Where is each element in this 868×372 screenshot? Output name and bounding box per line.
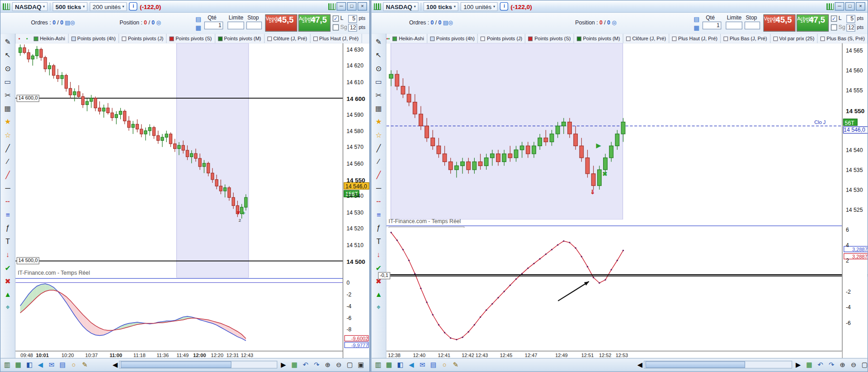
symbol-selector[interactable]: NASDAQ▾ bbox=[12, 2, 48, 11]
position-detail-icon[interactable]: ◎ bbox=[612, 19, 617, 25]
maximize-button[interactable]: □ bbox=[845, 2, 855, 10]
qty-input[interactable]: 1 bbox=[204, 22, 223, 29]
heikin-ashi-icon[interactable]: ▦ bbox=[384, 360, 394, 370]
detach-chart-icon[interactable] bbox=[328, 3, 335, 10]
red-trendline-icon[interactable]: ╱ bbox=[1, 168, 14, 181]
function-icon[interactable]: ƒ bbox=[1, 221, 14, 234]
indicator-tab-7[interactable]: Plus Haut (J, Pré) bbox=[669, 34, 721, 43]
limit-distance-checkbox[interactable]: ✓ bbox=[333, 15, 339, 21]
red-trendline-icon[interactable]: ╱ bbox=[372, 168, 385, 181]
macd-threshold-line[interactable] bbox=[387, 274, 868, 277]
table-icon[interactable]: ▦ bbox=[804, 360, 814, 370]
message-icon[interactable]: ✉ bbox=[417, 360, 427, 370]
calendar-icon[interactable]: ▦ bbox=[195, 24, 201, 32]
maximize-chart-icon[interactable]: ▣ bbox=[356, 360, 366, 370]
limit-distance-input[interactable]: 5 bbox=[348, 15, 357, 23]
units-selector[interactable]: 200 unités▾ bbox=[90, 2, 127, 11]
period-selector[interactable]: 500 ticks▾ bbox=[53, 2, 88, 11]
hline-price-label[interactable]: 14 600,0 bbox=[17, 95, 39, 102]
trendline-icon[interactable]: ╱ bbox=[1, 141, 14, 154]
text-tool-icon[interactable]: T bbox=[372, 234, 385, 248]
star-outline-icon[interactable]: ☆ bbox=[1, 128, 14, 141]
window-titlebar[interactable]: NASDAQ▾ 100 ticks▾ 100 unités▾ i (-122,0… bbox=[372, 0, 868, 13]
maximize-button[interactable]: □ bbox=[347, 2, 357, 10]
detach-chart-icon[interactable] bbox=[826, 3, 834, 10]
stop-distance-input[interactable]: 12 bbox=[846, 24, 855, 32]
clock-icon[interactable]: ○ bbox=[69, 360, 79, 370]
chart-scrollbar[interactable] bbox=[644, 361, 792, 368]
indicator-marker-icon[interactable]: ▪ bbox=[23, 36, 31, 41]
symbol-selector[interactable]: NASDAQ▾ bbox=[383, 2, 419, 11]
indicator-tab-9[interactable]: Vol par prix (25) bbox=[770, 34, 818, 43]
price-chart[interactable]: ⇓✖▶ bbox=[387, 43, 842, 219]
indicator-tab-2[interactable]: Points pivots (4h) bbox=[427, 34, 478, 43]
trash-icon[interactable]: ▦ bbox=[1, 101, 14, 114]
printer-icon[interactable]: ▤ bbox=[693, 15, 699, 23]
stop-input[interactable] bbox=[246, 22, 262, 29]
share-icon[interactable]: ◀ bbox=[35, 360, 45, 370]
window-titlebar[interactable]: NASDAQ▾ 500 ticks▾ 200 unités▾ i (-122,0… bbox=[0, 0, 369, 13]
qty-input[interactable]: 1 bbox=[703, 22, 722, 29]
redo-icon[interactable]: ↷ bbox=[311, 360, 321, 370]
minimize-button[interactable]: ─ bbox=[336, 2, 346, 10]
draw-mode-icon[interactable]: ✎ bbox=[80, 360, 90, 370]
price-axis[interactable]: 56T 14 546,0 3,2887 3,2887 14 56514 5601… bbox=[842, 43, 868, 359]
chart-style-icon[interactable]: ▥ bbox=[373, 360, 383, 370]
copy-icon[interactable]: ▭ bbox=[372, 75, 385, 88]
zoom-in-icon[interactable]: ⊕ bbox=[838, 360, 848, 370]
news-icon[interactable]: ▤ bbox=[57, 360, 67, 370]
price-marker-icon[interactable]: ▪ bbox=[15, 36, 23, 41]
zoom-out-icon[interactable]: ⊖ bbox=[334, 360, 344, 370]
close-button[interactable]: × bbox=[856, 2, 865, 10]
clock-icon[interactable]: ○ bbox=[439, 360, 449, 370]
indicator-tab-6[interactable]: Clôture (J, Pré) bbox=[623, 34, 670, 43]
indicator-tab-8[interactable]: Plus Bas (J, Pré) bbox=[721, 34, 770, 43]
cursor-icon[interactable]: ↖ bbox=[1, 48, 14, 62]
calendar-icon[interactable]: ▦ bbox=[693, 24, 699, 32]
sell-button[interactable]: Vendre 14 545,5 bbox=[265, 14, 297, 32]
macd-chart[interactable] bbox=[15, 279, 343, 351]
scroll-right-button[interactable]: ▶ bbox=[278, 360, 288, 370]
target-icon[interactable]: ⌖ bbox=[372, 301, 385, 314]
info-icon[interactable]: i bbox=[500, 2, 508, 10]
pencil-icon[interactable]: ✎ bbox=[372, 35, 385, 48]
zoom-out-icon[interactable]: ⊖ bbox=[849, 360, 859, 370]
limit-input[interactable] bbox=[227, 22, 244, 29]
trendline-icon[interactable]: ╱ bbox=[372, 141, 385, 154]
limit-distance-checkbox[interactable]: ✓ bbox=[831, 15, 837, 21]
scissors-icon[interactable]: ✂ bbox=[372, 88, 385, 101]
confirm-icon[interactable]: ✔ bbox=[1, 261, 14, 274]
printer-icon[interactable]: ▤ bbox=[195, 15, 201, 23]
redo-icon[interactable]: ↷ bbox=[826, 360, 836, 370]
zoom-in-icon[interactable]: ⊕ bbox=[323, 360, 333, 370]
ray-line-icon[interactable]: ∕ bbox=[372, 155, 385, 168]
heikin-ashi-icon[interactable]: ▦ bbox=[13, 360, 23, 370]
scrollbar-thumb[interactable] bbox=[646, 361, 745, 368]
compare-icon[interactable]: ◧ bbox=[395, 360, 405, 370]
orders-history-icon[interactable]: ◎ bbox=[448, 19, 453, 25]
chart-style-icon[interactable]: ▥ bbox=[2, 360, 12, 370]
buy-button[interactable]: Acheter 14 547,5 bbox=[298, 14, 330, 32]
orders-list-icon[interactable]: ▤ bbox=[443, 19, 448, 25]
sell-button[interactable]: Vendre 14 545,5 bbox=[764, 14, 796, 32]
stop-distance-checkbox[interactable] bbox=[831, 24, 837, 30]
info-icon[interactable]: i bbox=[129, 2, 137, 10]
hline-price-label[interactable]: 14 500,0 bbox=[17, 257, 39, 264]
pencil-icon[interactable]: ✎ bbox=[1, 35, 14, 48]
star-outline-icon[interactable]: ☆ bbox=[372, 128, 385, 141]
function-icon[interactable]: ƒ bbox=[372, 221, 385, 234]
stop-distance-checkbox[interactable] bbox=[333, 24, 339, 30]
table-icon[interactable]: ▦ bbox=[289, 360, 299, 370]
macd-chart[interactable] bbox=[387, 228, 842, 351]
red-dashed-line-icon[interactable]: ╌ bbox=[372, 195, 385, 208]
chart-scrollbar[interactable] bbox=[119, 361, 277, 368]
indicator-tab-7[interactable]: Plus Haut (J, Pré) bbox=[311, 34, 362, 43]
share-icon[interactable]: ◀ bbox=[406, 360, 416, 370]
star-icon[interactable]: ★ bbox=[1, 114, 14, 128]
scissors-icon[interactable]: ✂ bbox=[1, 88, 14, 101]
scrollbar-thumb[interactable] bbox=[121, 361, 231, 368]
position-detail-icon[interactable]: ◎ bbox=[156, 19, 161, 25]
fibonacci-icon[interactable]: ≡ bbox=[372, 208, 385, 221]
fibonacci-icon[interactable]: ≡ bbox=[1, 208, 14, 221]
fit-screen-icon[interactable]: ▢ bbox=[345, 360, 355, 370]
